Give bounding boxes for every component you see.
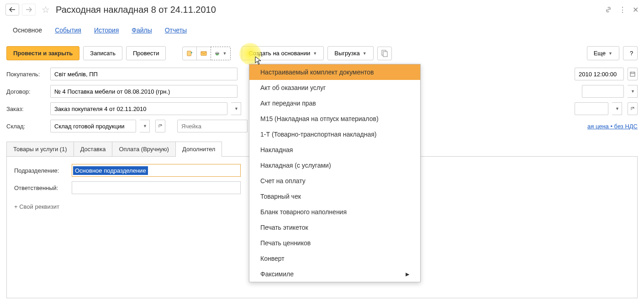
menu-item-goods-form[interactable]: Бланк товарного наполнения — [249, 204, 420, 220]
tab-files[interactable]: Файлы — [125, 23, 158, 37]
order-label: Заказ: — [6, 106, 47, 112]
contract-input[interactable] — [50, 85, 238, 98]
menu-item-payment-bill[interactable]: Счет на оплату — [249, 173, 420, 189]
favorite-star-icon[interactable]: ☆ — [40, 4, 51, 15]
division-value: Основное подразделение — [73, 166, 148, 175]
window-title: Расходная накладная 8 от 24.11.2010 — [56, 5, 602, 15]
menu-item-rights-act[interactable]: Акт передачи прав — [249, 95, 420, 111]
post-button[interactable]: Провести — [126, 46, 166, 60]
titlebar: ☆ Расходная накладная 8 от 24.11.2010 ⋮ … — [0, 0, 644, 19]
create-based-on-button[interactable]: Создать на основании ▼ — [242, 46, 324, 60]
dropdown-button[interactable]: ▼ — [628, 85, 638, 98]
division-input[interactable]: Основное подразделение — [72, 164, 241, 177]
subtab-additional[interactable]: Дополнител — [175, 142, 222, 156]
chevron-down-icon: ▼ — [363, 51, 367, 56]
menu-item-facsimile[interactable]: Факсимиле ▶ — [249, 266, 420, 282]
chevron-down-icon: ▼ — [223, 51, 227, 56]
subtab-goods[interactable]: Товары и услуги (1) — [6, 142, 74, 156]
cell-input[interactable] — [177, 120, 248, 132]
document-plus-icon — [186, 50, 193, 57]
more-button[interactable]: Еще ▼ — [587, 46, 619, 60]
extra-select2[interactable] — [575, 102, 608, 115]
menu-item-price-tags[interactable]: Печать ценников — [249, 235, 420, 251]
print-dropdown-menu: Настраиваемый комплект документов Акт об… — [249, 64, 421, 282]
subtab-delivery[interactable]: Доставка — [74, 142, 113, 156]
copy-document-button[interactable] — [377, 47, 392, 60]
menu-item-invoice[interactable]: Накладная — [249, 142, 420, 158]
envelope-icon — [201, 50, 207, 57]
contract-label: Договор: — [6, 88, 47, 95]
menu-item-facsimile-label: Факсимиле — [260, 270, 294, 278]
menu-item-custom-set[interactable]: Настраиваемый комплект документов — [249, 64, 420, 80]
tab-history[interactable]: История — [88, 23, 125, 37]
extra-select[interactable] — [582, 85, 624, 98]
toolbar: Провести и закрыть Записать Провести ▼ С… — [0, 38, 644, 66]
upload-button[interactable]: Выгрузка ▼ — [327, 46, 373, 60]
division-label: Подразделение: — [14, 167, 69, 174]
buyer-input[interactable] — [50, 68, 238, 80]
submenu-arrow-icon: ▶ — [406, 271, 409, 277]
print-button[interactable]: ▼ — [211, 47, 231, 60]
attach-button[interactable] — [182, 47, 197, 60]
buyer-label: Покупатель: — [6, 71, 47, 78]
close-icon[interactable]: ✕ — [633, 5, 639, 14]
save-button[interactable]: Записать — [83, 46, 122, 60]
top-tabs: Основное События История Файлы Отчеты — [0, 19, 644, 38]
open-button[interactable] — [628, 102, 638, 115]
nav-forward-button[interactable] — [22, 4, 36, 16]
more-label: Еще — [594, 50, 606, 57]
chevron-down-icon: ▼ — [234, 106, 238, 111]
svg-rect-6 — [383, 52, 387, 57]
icon-button-group: ▼ — [182, 47, 231, 60]
svg-rect-7 — [630, 72, 635, 76]
svg-rect-3 — [216, 51, 219, 53]
warehouse-open-button[interactable] — [155, 120, 165, 132]
chevron-down-icon: ▼ — [313, 51, 317, 56]
menu-item-labels[interactable]: Печать этикеток — [249, 220, 420, 235]
svg-rect-4 — [216, 54, 219, 55]
create-based-label: Создать на основании — [248, 50, 310, 57]
open-icon — [158, 124, 163, 128]
nav-back-button[interactable] — [5, 4, 19, 16]
dropdown-button2[interactable]: ▼ — [612, 102, 622, 115]
calendar-button[interactable] — [628, 68, 638, 80]
link-icon[interactable] — [604, 5, 612, 14]
email-button[interactable] — [196, 47, 211, 60]
responsible-input[interactable] — [72, 181, 241, 194]
svg-rect-0 — [187, 51, 191, 56]
upload-label: Выгрузка — [334, 50, 360, 57]
menu-item-service-act[interactable]: Акт об оказании услуг — [249, 80, 420, 95]
arrow-left-icon — [9, 7, 16, 12]
tab-main[interactable]: Основное — [6, 23, 48, 37]
printer-icon — [215, 50, 220, 57]
post-and-close-button[interactable]: Провести и закрыть — [6, 46, 79, 60]
chevron-down-icon: ▼ — [608, 51, 612, 56]
warehouse-dropdown-button[interactable]: ▼ — [140, 120, 150, 132]
warehouse-input[interactable] — [50, 120, 136, 132]
open-icon — [630, 106, 635, 111]
more-options-icon[interactable]: ⋮ — [619, 5, 626, 14]
titlebar-actions: ⋮ ✕ — [604, 5, 639, 14]
chevron-down-icon: ▼ — [143, 124, 147, 128]
chevron-down-icon: ▼ — [615, 106, 619, 111]
tab-events[interactable]: События — [48, 23, 88, 37]
price-mode-link[interactable]: ая цена • без НДС — [587, 123, 638, 130]
svg-rect-1 — [201, 51, 206, 55]
order-dropdown-button[interactable]: ▼ — [231, 102, 241, 115]
menu-item-invoice-services[interactable]: Накладная (с услугами) — [249, 158, 420, 173]
menu-item-1t[interactable]: 1-Т (Товарно-транспортная накладная) — [249, 127, 420, 142]
copy-icon — [381, 50, 388, 57]
tab-reports[interactable]: Отчеты — [158, 23, 193, 37]
warehouse-label: Склад: — [6, 123, 47, 130]
date-input[interactable] — [575, 68, 624, 80]
order-input[interactable] — [50, 102, 227, 115]
subtab-payment[interactable]: Оплата (Вручную) — [112, 142, 175, 156]
chevron-down-icon: ▼ — [631, 89, 635, 94]
arrow-right-icon — [26, 7, 32, 12]
help-button[interactable]: ? — [623, 46, 638, 60]
menu-item-m15[interactable]: М15 (Накладная на отпуск материалов) — [249, 111, 420, 127]
calendar-icon — [630, 71, 635, 77]
menu-item-receipt[interactable]: Товарный чек — [249, 189, 420, 204]
menu-item-envelope[interactable]: Конверт — [249, 251, 420, 266]
responsible-label: Ответственный: — [14, 185, 69, 191]
